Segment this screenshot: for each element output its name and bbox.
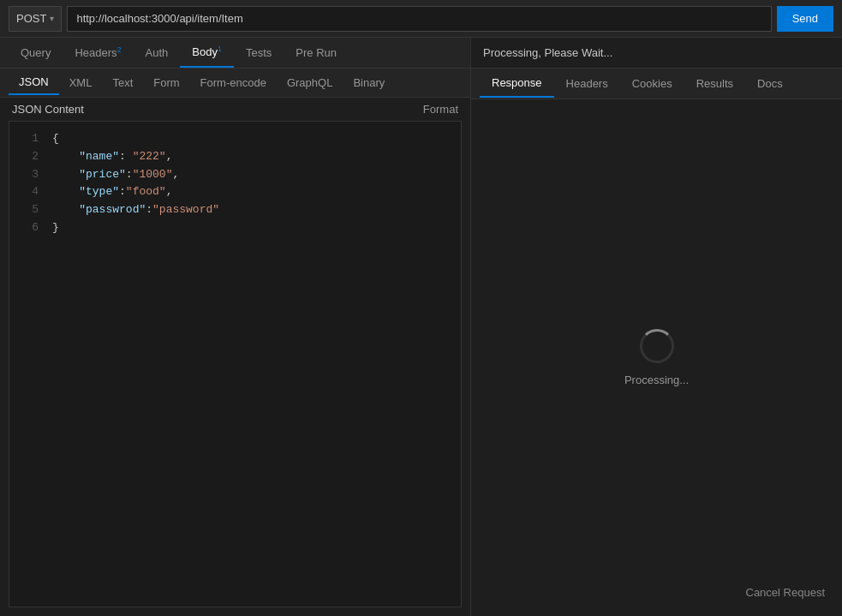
right-processing-header: Processing, Please Wait... bbox=[471, 38, 842, 69]
body-tab-formencode[interactable]: Form-encode bbox=[190, 71, 277, 94]
code-line-3: 3 "price":"1000", bbox=[18, 166, 452, 184]
processing-area: Processing... bbox=[624, 329, 689, 386]
right-content: Processing... Cancel Request bbox=[471, 99, 842, 616]
tab-body[interactable]: Body1 bbox=[180, 38, 234, 67]
code-line-2: 2 "name": "222", bbox=[18, 148, 452, 166]
tab-docs[interactable]: Docs bbox=[745, 70, 795, 97]
body-tab-text[interactable]: Text bbox=[102, 71, 143, 94]
tab-prerun[interactable]: Pre Run bbox=[284, 39, 349, 66]
method-label: POST bbox=[16, 12, 46, 25]
top-bar: POST ▾ Send bbox=[0, 0, 842, 38]
tab-response[interactable]: Response bbox=[480, 69, 554, 98]
format-button[interactable]: Format bbox=[423, 103, 458, 116]
body-tab-binary[interactable]: Binary bbox=[343, 71, 395, 94]
body-tab-json[interactable]: JSON bbox=[9, 70, 59, 95]
tab-auth[interactable]: Auth bbox=[134, 39, 181, 66]
body-tab-xml[interactable]: XML bbox=[59, 71, 103, 94]
code-line-5: 5 "passwrod":"password" bbox=[18, 201, 452, 219]
send-button[interactable]: Send bbox=[777, 6, 833, 32]
code-editor[interactable]: 1 { 2 "name": "222", 3 "price":"1000", 4… bbox=[9, 121, 462, 607]
response-tabs-row: Response Headers Cookies Results Docs bbox=[471, 69, 842, 99]
code-line-6: 6 } bbox=[18, 219, 452, 237]
code-line-1: 1 { bbox=[18, 130, 452, 148]
json-content-label: JSON Content bbox=[12, 103, 84, 116]
tab-results[interactable]: Results bbox=[684, 70, 745, 97]
json-content-area: JSON Content Format 1 { 2 "name": "222",… bbox=[0, 98, 470, 616]
left-panel: Query Headers2 Auth Body1 Tests Pre Run … bbox=[0, 38, 471, 616]
body-tab-graphql[interactable]: GraphQL bbox=[277, 71, 343, 94]
url-input[interactable] bbox=[67, 6, 771, 32]
body-tabs-row: JSON XML Text Form Form-encode GraphQL B… bbox=[0, 69, 470, 98]
body-tab-form[interactable]: Form bbox=[143, 71, 189, 94]
cancel-request-button[interactable]: Cancel Request bbox=[746, 586, 826, 599]
method-select[interactable]: POST ▾ bbox=[9, 6, 62, 32]
tab-response-headers[interactable]: Headers bbox=[554, 70, 620, 97]
json-header: JSON Content Format bbox=[0, 98, 470, 121]
right-panel: Processing, Please Wait... Response Head… bbox=[471, 38, 842, 616]
code-line-4: 4 "type":"food", bbox=[18, 183, 452, 201]
tab-query[interactable]: Query bbox=[9, 39, 63, 66]
main-layout: Query Headers2 Auth Body1 Tests Pre Run … bbox=[0, 38, 842, 616]
request-tabs-row: Query Headers2 Auth Body1 Tests Pre Run bbox=[0, 38, 470, 69]
loading-spinner bbox=[640, 329, 674, 363]
tab-cookies[interactable]: Cookies bbox=[620, 70, 684, 97]
chevron-down-icon: ▾ bbox=[50, 14, 54, 23]
tab-headers[interactable]: Headers2 bbox=[63, 39, 133, 66]
tab-tests[interactable]: Tests bbox=[234, 39, 284, 66]
processing-text: Processing... bbox=[624, 374, 689, 386]
